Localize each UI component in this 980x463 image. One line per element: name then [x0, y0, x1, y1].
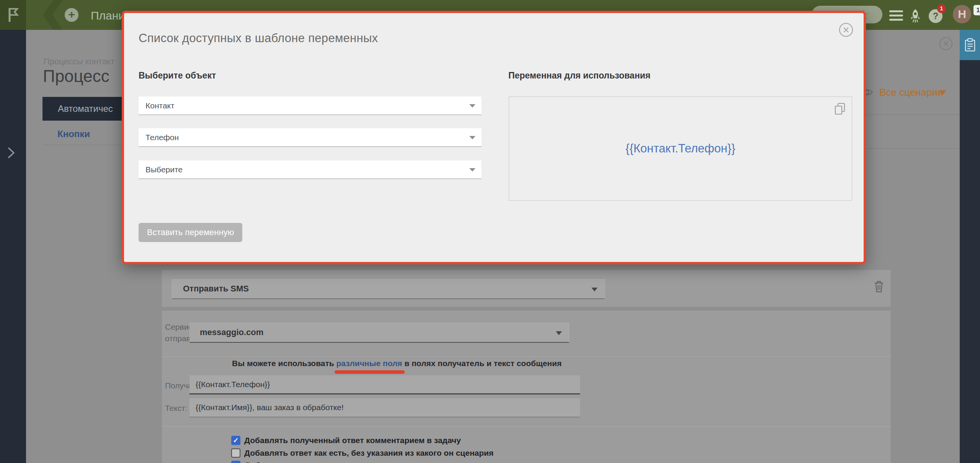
- left-sidebar: [0, 30, 26, 463]
- subfield-select-value: Выберите: [145, 165, 183, 174]
- app-screen: + Плани ☆ ? 1 H 1: [0, 0, 980, 463]
- insert-variable-button[interactable]: Вставить переменную: [139, 223, 242, 242]
- panel-close-button[interactable]: [939, 36, 953, 51]
- field-select[interactable]: Телефон: [139, 128, 482, 147]
- help-notification-badge: 1: [937, 4, 946, 13]
- form-divider: [162, 426, 891, 427]
- hint-prefix: Вы можете использовать: [232, 359, 336, 368]
- subfield-select[interactable]: Выберите: [139, 160, 482, 179]
- close-icon: [939, 36, 953, 51]
- delete-action-button[interactable]: [873, 280, 885, 293]
- service-value: messaggio.com: [200, 327, 263, 337]
- sidebar-tab-notes[interactable]: [960, 30, 980, 60]
- tabs-divider: [42, 145, 123, 145]
- action-type-value: Отправить SMS: [183, 284, 249, 293]
- checkbox-label: Добавлять ответ как есть, без указания и…: [244, 448, 493, 458]
- form-row-separator: [162, 357, 891, 357]
- navbar-decor-chevron: [43, 0, 63, 30]
- object-select[interactable]: Контакт: [139, 97, 482, 115]
- variables-modal: Список доступных в шаблоне переменных Вы…: [122, 11, 866, 264]
- chevron-down-icon: [591, 288, 598, 291]
- navbar-section-title[interactable]: Плани: [91, 9, 125, 22]
- tab-buttons[interactable]: Кнопки: [57, 129, 90, 139]
- right-sidebar: [960, 30, 980, 463]
- avatar-badge: 1: [973, 5, 980, 15]
- app-logo[interactable]: [0, 0, 26, 30]
- field-select-value: Телефон: [145, 133, 179, 142]
- rocket-icon[interactable]: [910, 8, 921, 23]
- checkbox-checked[interactable]: ✓: [231, 436, 240, 445]
- chevron-down-icon: [469, 104, 475, 108]
- flag-icon: [7, 7, 20, 23]
- fields-hint: Вы можете использовать различные поля в …: [232, 359, 562, 368]
- page-title: Процесс: [43, 67, 109, 86]
- checkbox-row-2: Добавлять ответ как есть, без указания и…: [231, 448, 493, 458]
- variable-to-use-label: Переменная для использования: [508, 70, 650, 81]
- object-select-value: Контакт: [145, 101, 175, 110]
- variable-preview-box: {{Контакт.Телефон}}: [509, 97, 852, 201]
- clipboard-icon: [964, 38, 976, 52]
- variable-value[interactable]: {{Контакт.Телефон}}: [626, 142, 735, 155]
- trash-icon: [873, 280, 885, 293]
- text-input[interactable]: {{Контакт.Имя}}, ваш заказ в обработке!: [189, 398, 580, 417]
- red-annotation-underline: [335, 370, 404, 374]
- scenarios-filter[interactable]: Все сценарии: [879, 87, 943, 98]
- checkbox-label: Добавлять: [244, 461, 288, 463]
- choose-object-label: Выберите объект: [139, 70, 216, 81]
- breadcrumb[interactable]: Процессы контакт: [44, 57, 114, 67]
- chevron-down-icon: [469, 168, 475, 172]
- menu-icon[interactable]: [889, 10, 903, 21]
- checkbox-checked[interactable]: ✓: [231, 461, 240, 463]
- chevron-down-icon: [556, 331, 562, 335]
- checkbox-row-3: ✓ Добавлять: [231, 461, 288, 463]
- recipient-input[interactable]: {{Контакт.Телефон}}: [189, 375, 580, 394]
- checkbox-label: Добавлять полученный ответ комментарием …: [244, 436, 461, 445]
- action-type-select[interactable]: Отправить SMS: [172, 279, 605, 299]
- hint-suffix: в полях получатель и текст сообщения: [402, 359, 562, 368]
- modal-close-button[interactable]: [838, 22, 854, 38]
- modal-title: Список доступных в шаблоне переменных: [139, 31, 378, 45]
- sms-form-card: Сервис отправки: messaggio.com Вы можете…: [162, 311, 891, 463]
- checkbox-row-1: ✓ Добавлять полученный ответ комментарие…: [231, 436, 461, 445]
- sidebar-expand-button[interactable]: [5, 146, 17, 159]
- copy-icon[interactable]: [834, 102, 846, 115]
- chevron-down-icon: [939, 90, 946, 95]
- checkbox-unchecked[interactable]: [231, 448, 240, 458]
- avatar[interactable]: H: [953, 5, 971, 23]
- chevron-down-icon: [469, 136, 475, 139]
- add-button[interactable]: +: [65, 8, 78, 22]
- service-select[interactable]: messaggio.com: [189, 323, 569, 343]
- close-icon: [838, 22, 854, 38]
- chevron-right-icon: [5, 146, 17, 159]
- sms-action-card: Отправить SMS: [162, 270, 891, 307]
- various-fields-link[interactable]: различные поля: [336, 359, 402, 368]
